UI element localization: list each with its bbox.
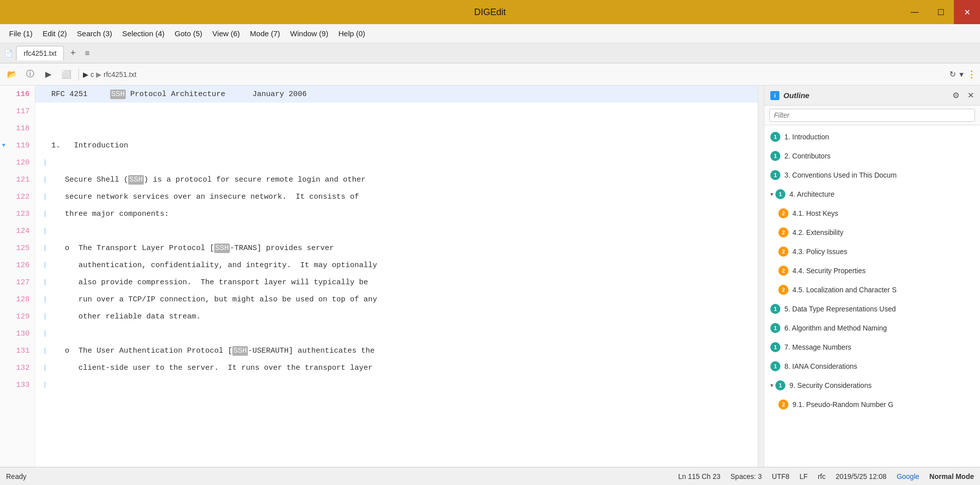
outline-item-label: 5. Data Type Representations Used	[784, 305, 896, 313]
minimize-button[interactable]: —	[902, 0, 928, 24]
outline-item-iana[interactable]: 1 8. IANA Considerations	[764, 357, 980, 376]
menu-bar: File (1) Edit (2) Search (3) Selection (…	[0, 24, 980, 43]
code-content: o The Transport Layer Protocol [SSH-TRAN…	[51, 244, 334, 253]
breadcrumb-file[interactable]: rfc4251.txt	[104, 70, 136, 78]
outline-item-label: 4.1. Host Keys	[792, 209, 838, 217]
folder-icon[interactable]: 📂	[4, 66, 20, 83]
outline-item-algorithm-naming[interactable]: 1 6. Algorithm and Method Naming	[764, 318, 980, 338]
outline-badge: 2	[778, 266, 788, 276]
line-number: 124	[16, 227, 30, 235]
status-right: Ln 115 Ch 23 Spaces: 3 UTF8 LF rfc 2019/…	[678, 472, 974, 480]
line-num-116: 116	[0, 86, 35, 103]
outline-badge: 2	[778, 247, 788, 257]
outline-item-label: 2. Contributors	[784, 152, 831, 160]
outline-item-label: 4. Architecture	[789, 190, 835, 198]
app-title: DIGEdit	[474, 7, 506, 18]
outline-settings-icon[interactable]: ⚙	[952, 91, 959, 100]
outline-badge: 1	[770, 170, 780, 180]
code-line-117	[35, 103, 758, 120]
line-number: 118	[16, 124, 30, 133]
tab-rfc4251[interactable]: rfc4251.txt	[16, 46, 64, 60]
outline-item-conventions[interactable]: 1 3. Conventions Used in This Docum	[764, 166, 980, 185]
fold-icon-119[interactable]: ▼	[2, 142, 6, 148]
menu-mode[interactable]: Mode (7)	[245, 27, 285, 40]
outline-item-introduction[interactable]: 1 1. Introduction	[764, 127, 980, 146]
panel-icon[interactable]: ⬜	[58, 66, 74, 83]
line-num-133: 133	[0, 376, 35, 393]
status-syntax: rfc	[818, 472, 826, 480]
outline-item-message-numbers[interactable]: 1 7. Message Numbers	[764, 338, 980, 357]
collapse-icon[interactable]: ▾	[770, 191, 773, 198]
menu-goto[interactable]: Goto (5)	[169, 27, 207, 40]
code-content: secure network services over an insecure…	[51, 193, 359, 201]
outline-badge: 2	[778, 227, 788, 237]
status-search-engine[interactable]: Google	[897, 472, 919, 480]
info-icon[interactable]: ⓘ	[22, 66, 38, 83]
line-num-130: 130	[0, 325, 35, 342]
code-content: other reliable data stream.	[51, 312, 201, 321]
outline-item-label: 3. Conventions Used in This Docum	[784, 171, 897, 179]
outline-item-host-keys[interactable]: 2 4.1. Host Keys	[764, 204, 980, 223]
outline-item-architecture[interactable]: ▾ 1 4. Architecture	[764, 185, 980, 204]
menu-file[interactable]: File (1)	[4, 27, 38, 40]
toolbar-right: ↻ ▼ ⋮	[949, 69, 976, 80]
line-number: 133	[16, 381, 30, 389]
line-num-129: 129	[0, 308, 35, 325]
breadcrumb-c[interactable]: c	[91, 70, 94, 78]
outline-item-policy-issues[interactable]: 2 4.3. Policy Issues	[764, 242, 980, 261]
menu-search[interactable]: Search (3)	[72, 27, 117, 40]
line-num-124: 124	[0, 222, 35, 239]
line-number: 119	[16, 141, 30, 150]
editor-pane[interactable]: 116 117 118 ▼ 119 120 121 122 123 124 12…	[0, 86, 764, 467]
line-num-128: 128	[0, 291, 35, 308]
window-controls: — ☐ ✕	[902, 0, 980, 24]
outline-item-label: 6. Algorithm and Method Naming	[784, 324, 887, 332]
toolbar-separator	[78, 68, 79, 80]
code-line-126: │ authentication, confidentiality, and i…	[35, 257, 758, 274]
dropdown-icon[interactable]: ▼	[958, 70, 965, 78]
outline-item-label: 4.3. Policy Issues	[792, 248, 847, 256]
outline-item-data-types[interactable]: 1 5. Data Type Representations Used	[764, 299, 980, 318]
ssh-highlight: SSH	[232, 346, 248, 356]
outline-badge: 1	[770, 342, 780, 352]
more-options-icon[interactable]: ⋮	[967, 69, 976, 80]
outline-item-extensibility[interactable]: 2 4.2. Extensibility	[764, 223, 980, 242]
outline-item-label: 7. Message Numbers	[784, 343, 851, 351]
terminal-icon[interactable]: ▶	[40, 66, 56, 83]
code-content: authentication, confidentiality, and int…	[51, 261, 377, 270]
menu-edit[interactable]: Edit (2)	[38, 27, 72, 40]
code-line-133: │	[35, 376, 758, 393]
outline-panel: i Outline ⚙ ✕ 1 1. Introduction 1 2. Con…	[764, 86, 980, 467]
vertical-scrollbar[interactable]	[758, 86, 764, 467]
outline-item-contributors[interactable]: 1 2. Contributors	[764, 146, 980, 166]
refresh-icon[interactable]: ↻	[949, 69, 956, 79]
code-editor[interactable]: RFC 4251 SSH Protocol Architecture Janua…	[35, 86, 758, 467]
outline-item-pseudo-random[interactable]: 2 9.1. Pseudo-Random Number G	[764, 395, 980, 414]
tab-menu-button[interactable]: ≡	[80, 46, 94, 60]
close-button[interactable]: ✕	[954, 0, 980, 24]
restore-button[interactable]: ☐	[928, 0, 954, 24]
outline-filter-input[interactable]	[769, 109, 975, 122]
outline-badge: 2	[778, 285, 788, 295]
status-bar: Ready Ln 115 Ch 23 Spaces: 3 UTF8 LF rfc…	[0, 467, 980, 485]
collapse-icon[interactable]: ▾	[770, 382, 773, 389]
code-line-128: │ run over a TCP/IP connection, but migh…	[35, 291, 758, 308]
menu-selection[interactable]: Selection (4)	[117, 27, 169, 40]
status-line-ending: LF	[799, 472, 808, 480]
outline-list: 1 1. Introduction 1 2. Contributors 1 3.…	[764, 125, 980, 467]
menu-window[interactable]: Window (9)	[285, 27, 333, 40]
main-area: 116 117 118 ▼ 119 120 121 122 123 124 12…	[0, 86, 980, 467]
code-content: Secure Shell (SSH) is a protocol for sec…	[51, 176, 366, 184]
outline-item-security-properties[interactable]: 2 4.4. Security Properties	[764, 261, 980, 280]
status-mode: Normal Mode	[929, 472, 974, 480]
outline-badge: 2	[778, 399, 788, 410]
outline-close-icon[interactable]: ✕	[967, 91, 974, 100]
new-tab-button[interactable]: +	[66, 46, 80, 60]
outline-item-security-considerations[interactable]: ▾ 1 9. Security Considerations	[764, 376, 980, 395]
outline-item-label: 9. Security Considerations	[789, 381, 871, 389]
menu-view[interactable]: View (6)	[207, 27, 245, 40]
outline-item-localization[interactable]: 2 4.5. Localization and Character S	[764, 280, 980, 299]
line-num-125: 125	[0, 239, 35, 257]
menu-help[interactable]: Help (0)	[333, 27, 370, 40]
code-line-125: │ o The Transport Layer Protocol [SSH-TR…	[35, 239, 758, 257]
